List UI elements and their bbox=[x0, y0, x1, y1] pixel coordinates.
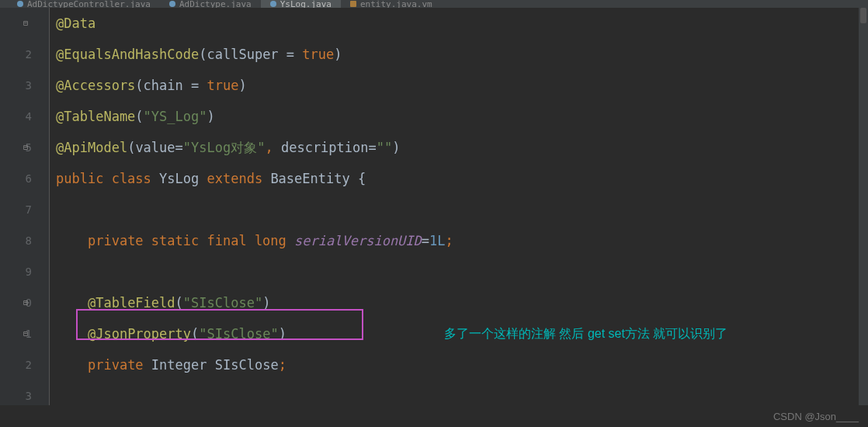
gutter-line: 4 bbox=[0, 101, 32, 132]
gutter-line: 3 bbox=[0, 70, 32, 101]
gutter-line: ⊟ bbox=[0, 8, 32, 39]
fold-icon[interactable]: ⊟ bbox=[22, 19, 30, 27]
gutter-line: 5⊟ bbox=[0, 132, 32, 163]
gutter-line: 7 bbox=[0, 194, 32, 225]
code-line: @TableField("SIsClose") bbox=[56, 287, 868, 318]
fold-icon[interactable]: ⊟ bbox=[22, 144, 30, 151]
inline-comment: 多了一个这样的注解 然后 get set方法 就可以识别了 bbox=[444, 326, 727, 342]
code-area[interactable]: @Data @EqualsAndHashCode(callSuper = tru… bbox=[50, 8, 868, 427]
tab-addictype[interactable]: AdDictype.java bbox=[160, 0, 261, 8]
code-line: @EqualsAndHashCode(callSuper = true) bbox=[56, 39, 868, 70]
watermark-text: CSDN @Json____ bbox=[773, 411, 859, 422]
code-line: @ApiModel(value="YsLog对象", description="… bbox=[56, 132, 868, 163]
java-class-icon bbox=[169, 1, 175, 7]
gutter-line: 9 bbox=[0, 256, 32, 287]
fold-icon[interactable]: ⊟ bbox=[22, 299, 30, 307]
code-line: @Data bbox=[56, 8, 868, 39]
code-line: @Accessors(chain = true) bbox=[56, 70, 868, 101]
tab-entity-vm[interactable]: entity.java.vm bbox=[341, 0, 442, 8]
code-line bbox=[56, 194, 868, 225]
tab-label: YsLog.java bbox=[280, 0, 332, 8]
gutter-line: 2 bbox=[0, 349, 32, 380]
scrollbar-thumb[interactable] bbox=[860, 8, 866, 23]
gutter-line: 1⊟ bbox=[0, 318, 32, 349]
code-line: private static final long serialVersionU… bbox=[56, 225, 868, 256]
fold-icon[interactable]: ⊟ bbox=[22, 330, 30, 338]
code-line: @TableName("YS_Log") bbox=[56, 101, 868, 132]
code-line: public class YsLog extends BaseEntity { bbox=[56, 163, 868, 194]
java-class-icon bbox=[17, 1, 23, 7]
vertical-scrollbar[interactable] bbox=[859, 8, 868, 427]
code-line: private Integer SIsClose; bbox=[56, 349, 868, 380]
gutter-line: 2 bbox=[0, 39, 32, 70]
gutter-line: 6 bbox=[0, 163, 32, 194]
tab-label: AdDictype.java bbox=[179, 0, 252, 8]
tab-label: AdDictypeController.java bbox=[27, 0, 151, 8]
java-class-icon bbox=[270, 1, 276, 7]
gutter-line: 0⊟ bbox=[0, 287, 32, 318]
status-bar bbox=[0, 405, 868, 427]
code-editor[interactable]: ⊟ 2 3 4 5⊟ 6 7 8 9 0⊟ 1⊟ 2 3 @Data @Equa… bbox=[0, 8, 868, 427]
tab-controller[interactable]: AdDictypeController.java bbox=[8, 0, 160, 8]
code-line bbox=[56, 256, 868, 287]
tab-label: entity.java.vm bbox=[360, 0, 432, 8]
gutter-line: 8 bbox=[0, 225, 32, 256]
editor-tabs: AdDictypeController.java AdDictype.java … bbox=[0, 0, 868, 8]
template-file-icon bbox=[350, 1, 356, 7]
line-gutter: ⊟ 2 3 4 5⊟ 6 7 8 9 0⊟ 1⊟ 2 3 bbox=[0, 8, 50, 427]
tab-yslog[interactable]: YsLog.java bbox=[261, 0, 341, 8]
